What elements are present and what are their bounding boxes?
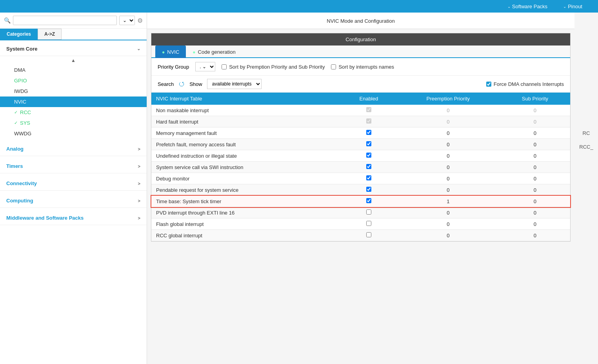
table-row: Undefined instruction or illegal state00 <box>151 150 570 162</box>
row-preemption: 0 <box>396 218 500 230</box>
chevron-right-icon: > <box>138 164 140 169</box>
enabled-checkbox[interactable] <box>366 164 371 169</box>
nvic-tab-icon: ● <box>162 49 165 55</box>
software-packs-label: Software Packs <box>512 4 547 9</box>
gpio-label: GPIO <box>14 78 27 84</box>
row-preemption: 0 <box>396 207 500 218</box>
sort-interrupts-checkbox[interactable] <box>331 64 336 69</box>
search-icon: 🔍 <box>4 17 11 24</box>
enabled-checkbox[interactable] <box>366 175 371 180</box>
nav-item-dma[interactable]: DMA <box>0 65 147 75</box>
search-dropdown[interactable]: ⌄ <box>119 16 135 25</box>
dma-label: DMA <box>14 67 25 73</box>
middleware-label: Middleware and Software Packs <box>6 215 84 221</box>
priority-group-label: Priority Group <box>158 64 189 70</box>
sort-preemption-group[interactable]: Sort by Premption Priority and Sub Prior… <box>222 64 325 70</box>
row-sub-priority: 0 <box>500 207 570 218</box>
enabled-checkbox[interactable] <box>366 209 371 215</box>
main-layout: 🔍 ⌄ ⚙ Categories A->Z System Core ⌄ ▲ <box>0 13 598 364</box>
table-row: Time base: System tick timer10 <box>151 196 570 207</box>
row-sub-priority: 0 <box>500 218 570 230</box>
row-name: Prefetch fault, memory access fault <box>151 139 341 150</box>
wwdg-label: WWDG <box>14 131 31 136</box>
enabled-checkbox[interactable] <box>366 198 371 203</box>
search-label: Search <box>158 81 174 87</box>
row-name: Debug monitor <box>151 173 341 184</box>
row-enabled[interactable] <box>341 150 396 162</box>
nav-group-system-core[interactable]: System Core ⌄ <box>0 42 147 56</box>
table-row: Memory management fault00 <box>151 127 570 139</box>
nav-item-wwdg[interactable]: WWDG <box>0 128 147 139</box>
col-enabled: Enabled <box>341 93 396 105</box>
analog-label: Analog <box>6 146 24 152</box>
row-enabled[interactable] <box>341 162 396 173</box>
pin-label-rcc: RCC_ <box>579 144 593 150</box>
pinout-label: Pinout <box>568 4 582 9</box>
row-enabled[interactable] <box>341 184 396 196</box>
row-enabled[interactable] <box>341 127 396 139</box>
row-enabled[interactable] <box>341 173 396 184</box>
nav-item-iwdg[interactable]: IWDG <box>0 86 147 96</box>
software-packs-menu[interactable]: ⌄ Software Packs <box>507 4 547 9</box>
row-enabled[interactable] <box>341 207 396 218</box>
config-controls: Priority Group . ⌄ Sort by Premption Pri… <box>151 58 570 76</box>
tab-code-generation[interactable]: ● Code generation <box>186 46 242 58</box>
nvic-tab-label: NVIC <box>167 49 179 55</box>
chevron-down-icon: ⌄ <box>507 4 511 9</box>
row-enabled[interactable] <box>341 196 396 207</box>
row-enabled[interactable] <box>341 139 396 150</box>
nav-group-analog[interactable]: Analog > <box>0 142 147 156</box>
row-sub-priority: 0 <box>500 162 570 173</box>
row-sub-priority: 0 <box>500 105 570 116</box>
nav-group-computing[interactable]: Computing > <box>0 194 147 208</box>
enabled-checkbox[interactable] <box>366 187 371 192</box>
search-row: Search ⭯ Show available interrupts all i… <box>151 76 570 93</box>
row-name: Non maskable interrupt <box>151 105 341 116</box>
config-section: Configuration ● NVIC ● Code generation P… <box>147 29 574 364</box>
nav-item-nvic[interactable]: NVIC <box>0 96 147 107</box>
enabled-checkbox[interactable] <box>366 141 371 146</box>
row-name: PVD interrupt through EXTI line 16 <box>151 207 341 218</box>
timers-label: Timers <box>6 163 23 169</box>
refresh-icon[interactable]: ⭯ <box>178 80 185 87</box>
show-select[interactable]: available interrupts all interrupts <box>207 79 262 89</box>
row-sub-priority: 0 <box>500 127 570 139</box>
table-header-row: NVIC Interrupt Table Enabled Preemption … <box>151 93 570 105</box>
connectivity-label: Connectivity <box>6 180 37 186</box>
check-icon: ✓ <box>14 110 18 115</box>
sort-interrupts-group[interactable]: Sort by interrupts names <box>331 64 394 70</box>
force-dma-checkbox[interactable] <box>486 82 491 87</box>
row-enabled[interactable] <box>341 218 396 230</box>
nav-group-timers[interactable]: Timers > <box>0 159 147 173</box>
enabled-checkbox[interactable] <box>366 153 371 158</box>
priority-group-select[interactable]: . ⌄ <box>195 62 215 71</box>
table-row: Prefetch fault, memory access fault00 <box>151 139 570 150</box>
search-input[interactable] <box>13 16 117 25</box>
gear-icon[interactable]: ⚙ <box>137 17 143 24</box>
tab-az[interactable]: A->Z <box>38 29 62 40</box>
row-enabled[interactable] <box>341 105 396 116</box>
interrupt-table: NVIC Interrupt Table Enabled Preemption … <box>151 93 570 241</box>
enabled-checkbox[interactable] <box>366 221 371 226</box>
table-row: PVD interrupt through EXTI line 1600 <box>151 207 570 218</box>
row-enabled[interactable] <box>341 230 396 241</box>
collapse-btn[interactable]: ▲ <box>0 56 147 65</box>
tab-categories[interactable]: Categories <box>0 29 38 40</box>
enabled-checkbox[interactable] <box>366 130 371 135</box>
nav-group-connectivity[interactable]: Connectivity > <box>0 177 147 191</box>
nav-item-sys[interactable]: ✓ SYS <box>0 118 147 128</box>
row-name: RCC global interrupt <box>151 230 341 241</box>
tab-nvic[interactable]: ● NVIC <box>155 46 186 58</box>
row-preemption: 0 <box>396 139 500 150</box>
row-enabled[interactable] <box>341 116 396 127</box>
pinout-menu[interactable]: ⌄ Pinout <box>563 4 582 9</box>
nav-item-rcc[interactable]: ✓ RCC <box>0 107 147 118</box>
nav-group-middleware[interactable]: Middleware and Software Packs > <box>0 211 147 225</box>
enabled-checkbox[interactable] <box>366 232 371 237</box>
nav-item-gpio[interactable]: GPIO <box>0 75 147 86</box>
sidebar-tabs: Categories A->Z <box>0 29 147 40</box>
sort-preemption-checkbox[interactable] <box>222 64 227 69</box>
iwdg-label: IWDG <box>14 88 28 94</box>
table-row: Flash global interrupt00 <box>151 218 570 230</box>
force-dma-label: Force DMA channels Interrupts <box>494 81 564 87</box>
